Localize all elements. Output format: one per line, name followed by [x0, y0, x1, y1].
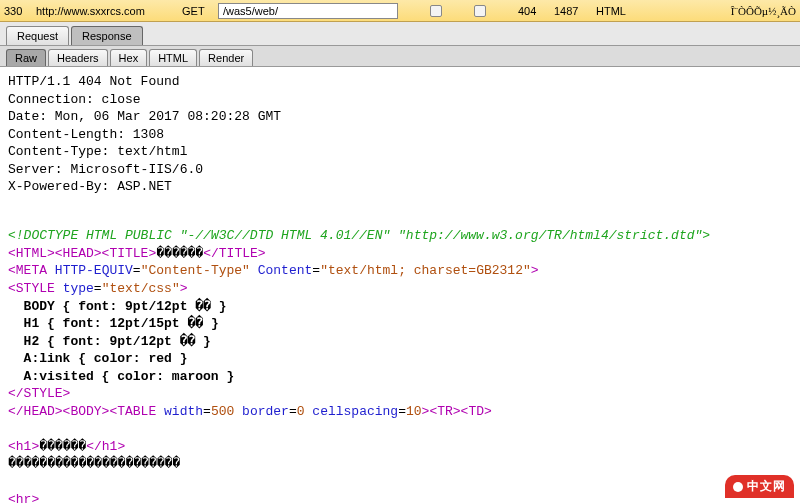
tab-html[interactable]: HTML — [149, 49, 197, 66]
header-line: Content-Type: text/html — [8, 144, 187, 159]
header-line: Connection: close — [8, 92, 141, 107]
header-line: Content-Length: 1308 — [8, 127, 164, 142]
garbled-text: ���������������������� — [8, 456, 180, 471]
header-line: HTTP/1.1 404 Not Found — [8, 74, 180, 89]
css-rule: A:visited { color: maroon } — [8, 369, 234, 384]
encoding-garbled: Î¨ÒÔÕµ½¸ÃÒ — [731, 5, 796, 17]
css-rule: BODY { font: 9pt/12pt �� } — [8, 299, 227, 314]
message-tabs: Request Response — [0, 22, 800, 46]
tab-response[interactable]: Response — [71, 26, 143, 45]
mime-type: HTML — [596, 5, 636, 17]
css-rule: A:link { color: red } — [8, 351, 187, 366]
response-raw-view[interactable]: HTTP/1.1 404 Not Found Connection: close… — [0, 67, 800, 504]
logo-dot-icon — [733, 482, 743, 492]
http-status: 404 — [518, 5, 548, 17]
watermark-badge: 中文网 — [725, 475, 794, 498]
header-line: X-Powered-By: ASP.NET — [8, 179, 172, 194]
capture-row: 330 http://www.sxxrcs.com GET 404 1487 H… — [0, 0, 800, 22]
url-path-input[interactable] — [218, 3, 398, 19]
style-close: </STYLE> — [8, 386, 70, 401]
checkbox-1[interactable] — [430, 5, 442, 17]
doctype-line: <!DOCTYPE HTML PUBLIC "-//W3C//DTD HTML … — [8, 228, 710, 243]
http-method: GET — [182, 5, 212, 17]
response-size: 1487 — [554, 5, 590, 17]
tab-raw[interactable]: Raw — [6, 49, 46, 66]
host-url: http://www.sxxrcs.com — [36, 5, 176, 17]
response-body-block: <!DOCTYPE HTML PUBLIC "-//W3C//DTD HTML … — [8, 227, 792, 504]
css-rule: H1 { font: 12pt/15pt �� } — [8, 316, 219, 331]
tab-request[interactable]: Request — [6, 26, 69, 45]
view-tabs: Raw Headers Hex HTML Render — [0, 46, 800, 67]
tab-render[interactable]: Render — [199, 49, 253, 66]
response-headers-block: HTTP/1.1 404 Not Found Connection: close… — [8, 73, 792, 196]
css-rule: H2 { font: 9pt/12pt �� } — [8, 334, 211, 349]
checkbox-2[interactable] — [474, 5, 486, 17]
tab-headers[interactable]: Headers — [48, 49, 108, 66]
hr-tag: <hr> — [8, 492, 39, 504]
row-number: 330 — [4, 5, 30, 17]
tab-hex[interactable]: Hex — [110, 49, 148, 66]
header-line: Server: Microsoft-IIS/6.0 — [8, 162, 203, 177]
header-line: Date: Mon, 06 Mar 2017 08:20:28 GMT — [8, 109, 281, 124]
